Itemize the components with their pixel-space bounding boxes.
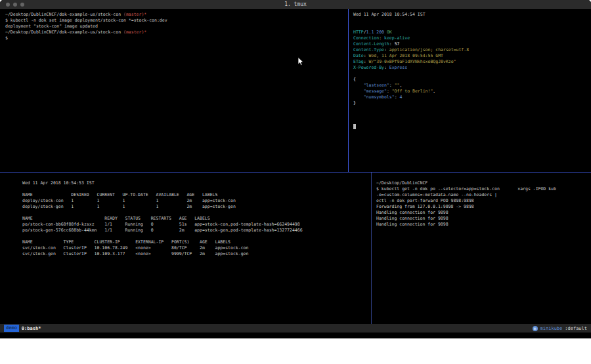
terminal-line: X-Powered-By: Express — [353, 65, 591, 71]
window-controls — [6, 3, 24, 7]
text-run: keep-alive — [384, 35, 410, 41]
terminal-line: NAME TYPE CLUSTER-IP EXTERNAL-IP PORT(S)… — [22, 239, 393, 245]
text-run: Content-Length — [353, 41, 389, 47]
terminal-line — [22, 210, 393, 216]
text-run: "message" — [353, 89, 387, 94]
terminal-line: svc/stock-con ClusterIP 10.106.78.249 <n… — [22, 245, 393, 251]
text-run: application/json; charset=utf-8 — [389, 47, 469, 52]
text-run: po/stock-gen-576cc688bb-44kmn 1/1 Runnin… — [22, 228, 303, 233]
text-run: -o=custom-columns=:metadata.name --no-he… — [376, 192, 497, 197]
terminal-line: ETag: W/"39-0xBPf9aF1dXVNkhsxoBQgJ8vKzo" — [353, 59, 591, 65]
terminal-line: Content-Type: application/json; charset=… — [353, 47, 591, 53]
terminal-line: po/stock-gen-576cc688bb-44kmn 1/1 Runnin… — [22, 228, 393, 233]
text-run: 200 — [376, 30, 384, 35]
text-run: NAME DESIRED CURRENT UP-TO-DATE AVAILABL… — [22, 192, 217, 197]
text-run: 57 — [395, 41, 400, 47]
terminal-line: Forwarding from 127.0.0.1:9898 -> 9898 — [376, 204, 591, 210]
terminal-line: } — [353, 100, 591, 106]
text-run: OK — [387, 30, 392, 35]
kube-namespace: :default — [565, 326, 587, 331]
text-run: HTTP — [353, 30, 364, 35]
text-run: NAME READY STATUS RESTARTS AGE LABELS — [22, 216, 210, 221]
terminal-cursor — [353, 124, 356, 129]
zoom-button[interactable] — [20, 3, 24, 7]
tmux-pane-grid: ~/Desktop/DublinCNCF/dok-example-us/stoc… — [0, 9, 591, 324]
text-run: } — [353, 100, 356, 106]
text-run: W/"39-0xBPf9aF1dXVNkhsxoBQgJ8vKzo" — [368, 59, 456, 64]
status-right: m minikube :default — [533, 326, 587, 331]
window-tab-bash[interactable]: 0:bash* — [22, 326, 41, 331]
text-run: : — [387, 89, 392, 94]
terminal-line: deploy/stock-con 1 1 1 1 2m app=stock-co… — [22, 198, 393, 204]
text-run: 1.1 — [366, 30, 374, 35]
terminal-line: Wed 11 Apr 2018 10:54:53 IST — [22, 180, 393, 186]
text-run: * — [144, 30, 146, 35]
text-run: ectl -n dok port-forward POD 9898:9898 — [376, 198, 474, 203]
text-run: $ — [5, 35, 8, 41]
text-run: : — [384, 65, 389, 70]
desktop: 1. tmux ~/Desktop/DublinCNCF/dok-example… — [0, 0, 591, 364]
text-run: "Off to Berlin!" — [392, 89, 433, 94]
pane-port-forward[interactable]: ~/Desktop/DublinCNCF$ kubectl get -n dok… — [372, 172, 591, 324]
mouse-cursor-icon — [297, 57, 305, 66]
terminal-line: "message": "Off to Berlin!", — [353, 89, 591, 94]
tmux-status-bar: demo 0:bash* m minikube :default — [0, 324, 591, 333]
terminal-line: Connection: keep-alive — [353, 35, 591, 41]
text-run: po/stock-con-bb68f88fd-kzsxz 1/1 Running… — [22, 222, 300, 227]
text-run: , — [433, 89, 435, 94]
terminal-line — [353, 106, 591, 112]
text-run: ~/Desktop/DublinCNCF/dok-example-us/stoc… — [5, 12, 123, 17]
text-run: "lastseen" — [353, 83, 389, 88]
text-run: ETag — [353, 59, 364, 64]
close-button[interactable] — [6, 3, 10, 7]
terminal-line: Content-Length: 57 — [353, 41, 591, 47]
text-run: { — [353, 77, 356, 82]
terminal-line: "lastseen": "", — [353, 83, 591, 89]
terminal-line: ~/Desktop/DublinCNCF/dok-example-us/stoc… — [5, 12, 353, 18]
text-run: Content-Type — [353, 47, 384, 52]
terminal-line: NAME DESIRED CURRENT UP-TO-DATE AVAILABL… — [22, 192, 393, 198]
text-run: deploy/stock-gen 1 1 1 1 2m app=stock-ge… — [22, 204, 236, 209]
text-run: ~/Desktop/DublinCNCF — [376, 180, 427, 186]
minimize-button[interactable] — [13, 3, 17, 7]
terminal-line: ~/Desktop/DublinCNCF — [376, 180, 591, 186]
terminal-line: deployment "stock-con" image updated — [5, 24, 353, 30]
pane-kubectl-watch[interactable]: Wed 11 Apr 2018 10:54:53 IST NAME DESIRE… — [0, 172, 393, 324]
terminal-line: ectl -n dok port-forward POD 9898:9898 — [376, 198, 591, 204]
terminal-line — [353, 118, 591, 124]
text-run: Wed 11 Apr 2018 10:54:53 IST — [22, 180, 95, 186]
kubernetes-context-icon: m — [533, 326, 538, 331]
text-run: deployment "stock-con" image updated — [5, 24, 98, 29]
status-left: demo 0:bash* — [4, 325, 41, 332]
text-run: : — [389, 83, 395, 88]
text-run: Wed, 11 Apr 2018 09:54:55 GMT — [368, 53, 443, 58]
text-run: $ kubectl -n dok set image deployment/st… — [5, 18, 167, 23]
pane-shell-kubectl-set-image[interactable]: ~/Desktop/DublinCNCF/dok-example-us/stoc… — [0, 9, 353, 174]
text-run: Wed 11 Apr 2018 10:54:54 IST — [353, 12, 426, 17]
text-run: (master) — [123, 12, 144, 17]
text-run: Date — [353, 53, 364, 58]
text-run: svc/stock-gen ClusterIP 10.109.3.177 <no… — [22, 251, 248, 256]
terminal-line: Handling connection for 9898 — [376, 216, 591, 222]
pane-http-response[interactable]: Wed 11 Apr 2018 10:54:54 IST HTTP/1.1 20… — [349, 9, 591, 174]
text-run: (master) — [123, 30, 144, 35]
session-name-badge: demo — [4, 325, 19, 332]
terminal-line: Wed 11 Apr 2018 10:54:54 IST — [353, 12, 591, 18]
text-run: svc/stock-con ClusterIP 10.106.78.249 <n… — [22, 245, 248, 251]
text-run: $ kubectl get -n dok po --selector=app=s… — [376, 186, 556, 192]
terminal-line — [353, 18, 591, 24]
terminal-line — [22, 186, 393, 192]
text-run: : — [384, 47, 389, 52]
terminal-line: ~/Desktop/DublinCNCF/dok-example-us/stoc… — [5, 30, 353, 35]
terminal-line: svc/stock-gen ClusterIP 10.109.3.177 <no… — [22, 251, 393, 257]
terminal-line: Date: Wed, 11 Apr 2018 09:54:55 GMT — [353, 53, 591, 59]
terminal-line: "numsymbols": 4 — [353, 94, 591, 100]
text-run: X-Powered-By — [353, 65, 384, 70]
text-run: NAME TYPE CLUSTER-IP EXTERNAL-IP PORT(S)… — [22, 239, 230, 245]
titlebar[interactable]: 1. tmux — [0, 0, 591, 9]
text-run: , — [399, 83, 402, 88]
terminal-line — [353, 124, 591, 130]
terminal-line: deploy/stock-gen 1 1 1 1 2m app=stock-ge… — [22, 204, 393, 210]
terminal-line: NAME READY STATUS RESTARTS AGE LABELS — [22, 216, 393, 222]
text-run: Handling connection for 9898 — [376, 222, 449, 227]
